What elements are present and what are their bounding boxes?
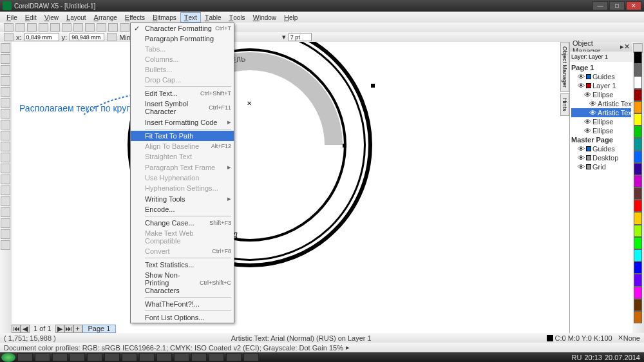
connector-tool[interactable] [1,186,10,195]
pick-tool[interactable] [1,43,10,53]
color-swatch[interactable] [634,64,642,76]
new-icon[interactable] [4,23,14,32]
menu-layout[interactable]: Layout [62,12,90,23]
color-swatch[interactable] [634,175,642,187]
taskbar-item[interactable] [139,353,155,361]
lock-icon[interactable] [107,33,117,41]
color-swatch[interactable] [634,52,642,64]
object-tree[interactable]: Page 1👁Guides👁Layer 1👁Ellipse👁Artistic T… [570,62,632,333]
object-manager-tab[interactable]: Object Manager [560,42,569,92]
color-swatch[interactable] [634,200,642,212]
export-icon[interactable] [120,23,129,32]
menu-tools[interactable]: Tools [225,12,249,23]
color-swatch[interactable] [634,89,642,101]
print-icon[interactable] [39,23,48,32]
taskbar-item[interactable] [191,353,207,361]
menu-bitmaps[interactable]: Bitmaps [149,12,180,23]
menu-item-whatthefont-[interactable]: WhatTheFont?!... [131,299,234,309]
selection-handle[interactable] [371,84,375,88]
hints-tab[interactable]: Hints [560,93,569,116]
last-page-button[interactable]: ⏭ [64,325,73,333]
taskbar-item[interactable] [35,353,50,361]
maximize-button[interactable]: □ [609,1,625,10]
color-swatch[interactable] [634,187,642,200]
tree-node[interactable]: 👁Ellipse [571,126,631,135]
add-page-button[interactable]: + [73,325,82,333]
smart-fill-tool[interactable] [1,98,10,108]
open-icon[interactable] [15,23,25,32]
menu-item-paragraph-formatting[interactable]: Paragraph Formatting [131,33,234,44]
interactive-fill-tool[interactable] [1,240,10,250]
fill-tool[interactable] [1,229,10,239]
menu-file[interactable]: File [3,12,21,23]
color-swatch[interactable] [634,113,642,126]
taskbar-item[interactable] [209,353,224,361]
close-button[interactable]: ✕ [626,1,641,10]
copy-icon[interactable] [62,23,71,32]
ellipse-tool[interactable] [1,120,10,129]
menu-table[interactable]: Table [201,12,225,23]
tree-node[interactable]: 👁Artistic Text: Ari [571,108,631,117]
freehand-tool[interactable] [1,87,10,97]
taskbar-item[interactable] [122,353,137,361]
presets-icon[interactable] [4,33,14,41]
crop-tool[interactable] [1,65,10,75]
tree-node[interactable]: 👁Desktop [571,153,631,162]
color-swatch[interactable] [634,126,642,138]
menu-item-character-formatting[interactable]: ✓Character FormattingCtrl+T [131,23,234,33]
selection-handle[interactable] [343,144,346,148]
docker-close-icon[interactable]: ✕ [624,43,630,51]
menu-arrange[interactable]: Arrange [90,12,121,23]
zoom-tool[interactable] [1,76,10,86]
menu-item-fit-text-to-path[interactable]: Fit Text To Path [131,131,234,141]
taskbar-item[interactable] [17,353,33,361]
system-tray[interactable]: RU 20:13 20.07.2014 [572,354,643,361]
color-swatch[interactable] [634,151,642,163]
taskbar-item[interactable] [156,353,172,361]
first-page-button[interactable]: ⏮ [12,325,21,333]
color-swatch[interactable] [634,262,642,274]
menu-item-writing-tools[interactable]: Writing Tools▸ [131,193,234,204]
tree-node[interactable]: Page 1 [571,63,631,72]
start-button[interactable] [1,353,15,362]
menu-item-edit-text-[interactable]: Edit Text...Ctrl+Shift+T [131,88,234,99]
taskbar-item[interactable] [52,353,68,361]
color-swatch[interactable] [634,299,642,311]
menu-effects[interactable]: Effects [121,12,149,23]
color-swatch[interactable] [634,138,642,150]
tree-node[interactable]: 👁Layer 1 [571,81,631,90]
tree-node[interactable]: Master Page [571,135,631,144]
shape-tool[interactable] [1,54,10,64]
color-swatch[interactable] [634,249,642,262]
text-tool[interactable] [1,153,10,162]
page-tab[interactable]: Page 1 [82,325,117,333]
polygon-tool[interactable] [1,131,10,140]
tree-node[interactable]: 👁Ellipse [571,90,631,99]
minimize-button[interactable]: — [592,1,608,10]
menu-edit[interactable]: Edit [21,12,41,23]
menu-window[interactable]: Window [249,12,281,23]
tree-node[interactable]: 👁Artistic Text: Ari [571,99,631,108]
profile-arrow-icon[interactable]: ▸ [346,343,350,352]
color-palette[interactable] [634,52,642,323]
menu-item-insert-symbol-character[interactable]: Insert Symbol CharacterCtrl+F11 [131,99,234,117]
color-swatch[interactable] [634,212,642,224]
fill-swatch-icon[interactable] [547,335,553,341]
eyedropper-tool[interactable] [1,207,10,217]
menu-view[interactable]: View [41,12,62,23]
taskbar-item[interactable] [226,353,242,361]
table-tool[interactable] [1,164,10,173]
save-icon[interactable] [27,23,37,32]
outline-tool[interactable] [1,218,10,228]
color-swatch[interactable] [634,163,642,175]
tree-node[interactable]: 👁Guides [571,144,631,153]
import-icon[interactable] [108,23,118,32]
taskbar-item[interactable] [104,353,120,361]
y-input[interactable] [70,33,104,41]
selection-center[interactable]: ✕ [247,100,251,104]
paste-icon[interactable] [73,23,83,32]
redo-icon[interactable] [97,23,106,32]
color-swatch[interactable] [634,225,642,237]
menu-item-font-list-options-[interactable]: Font List Options... [131,312,234,323]
tree-node[interactable]: 👁Grid [571,162,631,171]
